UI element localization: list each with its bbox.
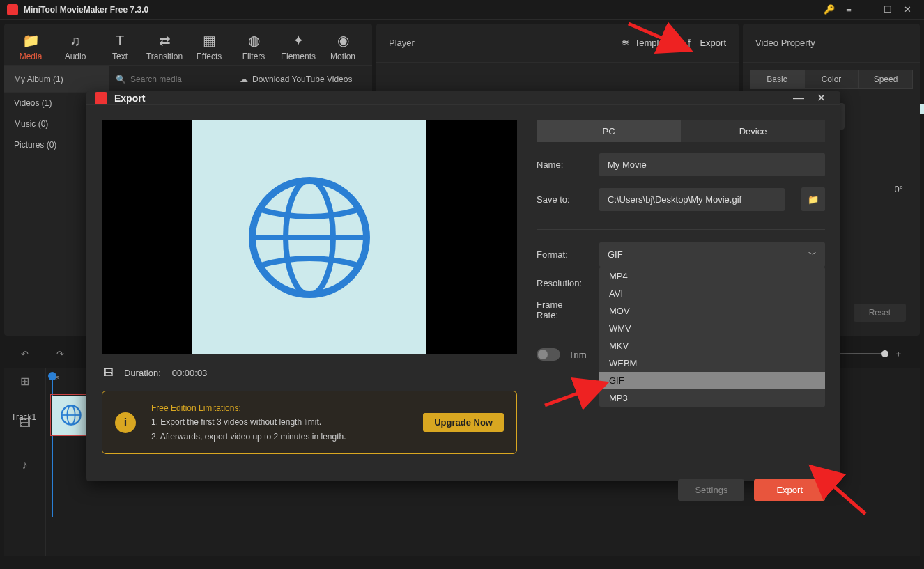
tab-media[interactable]: 📁Media bbox=[8, 32, 53, 61]
rotation-value: 0° bbox=[895, 184, 903, 194]
format-dropdown-list: MP4AVIMOVWMVMKVWEBMGIFMP3 bbox=[599, 267, 825, 407]
trim-toggle[interactable] bbox=[537, 348, 560, 361]
format-option-avi[interactable]: AVI bbox=[599, 285, 825, 302]
music-icon: ♫ bbox=[70, 32, 81, 49]
export-button[interactable]: Export bbox=[754, 479, 825, 501]
film-icon: 🎞 bbox=[103, 367, 113, 378]
tab-pc[interactable]: PC bbox=[537, 120, 681, 142]
chevron-down-icon: ﹀ bbox=[808, 249, 817, 260]
property-title: Video Property bbox=[755, 38, 815, 48]
format-option-mkv[interactable]: MKV bbox=[599, 337, 825, 354]
minimize-button[interactable]: — bbox=[858, 4, 878, 15]
upgrade-button[interactable]: Upgrade Now bbox=[423, 413, 504, 432]
tab-basic[interactable]: Basic bbox=[750, 70, 804, 89]
app-icon bbox=[7, 4, 18, 15]
reset-button[interactable]: Reset bbox=[854, 304, 906, 322]
transition-icon: ⇄ bbox=[159, 32, 171, 49]
info-icon: i bbox=[115, 412, 136, 433]
format-dropdown[interactable]: GIF ﹀ bbox=[599, 242, 825, 267]
dialog-minimize-button[interactable]: — bbox=[787, 92, 810, 104]
resolution-label: Resolution: bbox=[537, 278, 587, 288]
tab-elements[interactable]: ✦Elements bbox=[276, 32, 321, 61]
undo-icon[interactable]: ↶ bbox=[21, 349, 29, 359]
name-label: Name: bbox=[537, 159, 587, 170]
zoom-in-icon[interactable]: ＋ bbox=[894, 348, 903, 360]
album-label[interactable]: My Album (1) bbox=[4, 66, 109, 92]
format-option-mp3[interactable]: MP3 bbox=[599, 389, 825, 407]
globe-icon bbox=[240, 168, 379, 307]
tab-motion[interactable]: ◉Motion bbox=[321, 32, 365, 61]
app-title: MiniTool MovieMaker Free 7.3.0 bbox=[24, 5, 824, 15]
cloud-icon: ☁ bbox=[240, 75, 248, 84]
tab-text[interactable]: TText bbox=[98, 32, 142, 61]
trim-label: Trim bbox=[569, 350, 587, 360]
format-option-gif[interactable]: GIF bbox=[599, 372, 825, 389]
tab-effects[interactable]: ▦Effects bbox=[187, 32, 231, 61]
tab-color[interactable]: Color bbox=[804, 70, 858, 89]
search-icon: 🔍 bbox=[116, 75, 126, 84]
frame-rate-label: Frame Rate: bbox=[537, 299, 587, 320]
format-option-mov[interactable]: MOV bbox=[599, 302, 825, 320]
duration-value: 00:00:03 bbox=[172, 368, 208, 378]
dialog-app-icon bbox=[95, 92, 107, 104]
tab-speed[interactable]: Speed bbox=[858, 70, 913, 89]
upload-icon: ⭱ bbox=[685, 38, 694, 48]
settings-button[interactable]: Settings bbox=[678, 479, 744, 501]
export-button-header[interactable]: ⭱Export bbox=[685, 38, 726, 48]
folder-icon: 📁 bbox=[22, 32, 40, 49]
audio-track-icon[interactable]: ♪ bbox=[22, 459, 28, 471]
player-label: Player bbox=[389, 38, 415, 48]
filters-icon: ◍ bbox=[248, 32, 260, 49]
elements-icon: ✦ bbox=[293, 32, 305, 49]
info-line-1: 1. Export the first 3 videos without len… bbox=[151, 415, 408, 429]
add-track-icon[interactable]: ⊞ bbox=[20, 375, 29, 388]
format-option-mp4[interactable]: MP4 bbox=[599, 267, 825, 285]
dialog-title: Export bbox=[114, 93, 787, 104]
layers-icon: ≋ bbox=[622, 38, 629, 48]
text-icon: T bbox=[116, 32, 124, 49]
info-title: Free Edition Limitations: bbox=[151, 401, 408, 415]
tab-audio[interactable]: ♫Audio bbox=[53, 32, 98, 61]
redo-icon[interactable]: ↷ bbox=[56, 349, 64, 359]
browse-folder-button[interactable]: 📁 bbox=[801, 187, 825, 211]
format-label: Format: bbox=[537, 249, 587, 260]
template-button[interactable]: ≋Template bbox=[622, 38, 672, 48]
duration-label: Duration: bbox=[124, 368, 161, 378]
export-dialog: Export — ✕ bbox=[86, 91, 840, 481]
save-to-input[interactable] bbox=[599, 188, 785, 211]
export-preview bbox=[102, 120, 517, 354]
folder-icon: 📁 bbox=[808, 194, 819, 205]
key-icon[interactable]: 🔑 bbox=[824, 4, 835, 15]
format-option-wmv[interactable]: WMV bbox=[599, 320, 825, 337]
download-youtube-button[interactable]: ☁Download YouTube Videos bbox=[240, 75, 372, 84]
hamburger-icon[interactable]: ≡ bbox=[839, 4, 858, 15]
app-titlebar: MiniTool MovieMaker Free 7.3.0 🔑 ≡ — ☐ ✕ bbox=[0, 0, 924, 20]
maximize-button[interactable]: ☐ bbox=[878, 4, 898, 15]
track-label: Track1 bbox=[11, 412, 36, 422]
info-line-2: 2. Afterwards, export video up to 2 minu… bbox=[151, 430, 408, 444]
name-input[interactable] bbox=[599, 153, 825, 176]
tab-filters[interactable]: ◍Filters bbox=[231, 32, 276, 61]
limitations-box: i Free Edition Limitations: 1. Export th… bbox=[102, 391, 517, 454]
motion-icon: ◉ bbox=[337, 32, 349, 49]
dialog-close-button[interactable]: ✕ bbox=[810, 91, 832, 104]
tab-device[interactable]: Device bbox=[681, 120, 825, 142]
search-input[interactable]: 🔍Search media bbox=[109, 75, 240, 84]
save-to-label: Save to: bbox=[537, 194, 587, 205]
close-button[interactable]: ✕ bbox=[898, 4, 917, 15]
format-option-webm[interactable]: WEBM bbox=[599, 354, 825, 372]
effects-icon: ▦ bbox=[203, 32, 216, 49]
tab-transition[interactable]: ⇄Transition bbox=[142, 32, 187, 61]
